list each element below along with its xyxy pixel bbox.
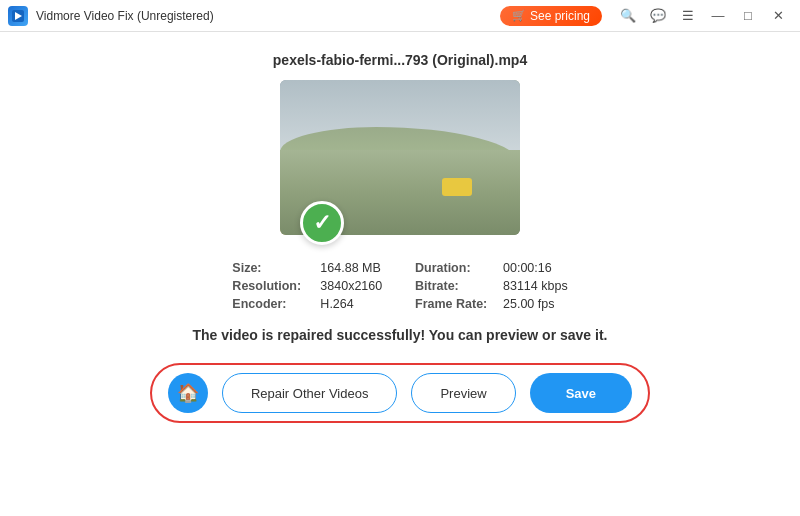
title-bar-left: Vidmore Video Fix (Unregistered) xyxy=(8,6,214,26)
see-pricing-button[interactable]: 🛒 See pricing xyxy=(500,6,602,26)
meta-framerate-value: 25.00 fps xyxy=(503,297,554,311)
window-controls: 🔍 💬 ☰ — □ ✕ xyxy=(614,6,792,26)
title-bar-right: 🛒 See pricing 🔍 💬 ☰ — □ ✕ xyxy=(500,6,792,26)
meta-duration-row: Duration: 00:00:16 xyxy=(415,261,568,275)
cart-icon: 🛒 xyxy=(512,9,526,22)
pricing-label: See pricing xyxy=(530,9,590,23)
meta-bitrate-label: Bitrate: xyxy=(415,279,495,293)
success-badge: ✓ xyxy=(300,201,344,245)
meta-size-row: Size: 164.88 MB xyxy=(232,261,385,275)
meta-size-label: Size: xyxy=(232,261,312,275)
meta-framerate-row: Frame Rate: 25.00 fps xyxy=(415,297,568,311)
vehicle-object xyxy=(442,178,472,196)
meta-encoder-row: Encoder: H.264 xyxy=(232,297,385,311)
meta-encoder-label: Encoder: xyxy=(232,297,312,311)
checkmark-icon: ✓ xyxy=(313,210,331,236)
meta-size-value: 164.88 MB xyxy=(320,261,380,275)
success-message: The video is repaired successfully! You … xyxy=(193,327,608,343)
minimize-button[interactable]: — xyxy=(704,6,732,26)
repair-other-button[interactable]: Repair Other Videos xyxy=(222,373,398,413)
close-button[interactable]: ✕ xyxy=(764,6,792,26)
meta-duration-label: Duration: xyxy=(415,261,495,275)
home-icon: 🏠 xyxy=(177,382,199,404)
bottom-action-bar: 🏠 Repair Other Videos Preview Save xyxy=(150,363,650,423)
menu-icon[interactable]: ☰ xyxy=(674,6,702,26)
meta-bitrate-row: Bitrate: 83114 kbps xyxy=(415,279,568,293)
meta-framerate-label: Frame Rate: xyxy=(415,297,495,311)
main-content: pexels-fabio-fermi...793 (Original).mp4 … xyxy=(0,32,800,516)
video-thumbnail-container: ✓ xyxy=(280,80,520,235)
meta-encoder-value: H.264 xyxy=(320,297,353,311)
meta-resolution-row: Resolution: 3840x2160 xyxy=(232,279,385,293)
video-filename: pexels-fabio-fermi...793 (Original).mp4 xyxy=(273,52,527,68)
title-bar: Vidmore Video Fix (Unregistered) 🛒 See p… xyxy=(0,0,800,32)
feedback-icon[interactable]: 💬 xyxy=(644,6,672,26)
app-title: Vidmore Video Fix (Unregistered) xyxy=(36,9,214,23)
search-icon[interactable]: 🔍 xyxy=(614,6,642,26)
meta-resolution-label: Resolution: xyxy=(232,279,312,293)
meta-bitrate-value: 83114 kbps xyxy=(503,279,568,293)
app-logo xyxy=(8,6,28,26)
preview-button[interactable]: Preview xyxy=(411,373,515,413)
metadata-grid: Size: 164.88 MB Duration: 00:00:16 Resol… xyxy=(232,261,567,311)
meta-resolution-value: 3840x2160 xyxy=(320,279,382,293)
home-button[interactable]: 🏠 xyxy=(168,373,208,413)
meta-duration-value: 00:00:16 xyxy=(503,261,552,275)
maximize-button[interactable]: □ xyxy=(734,6,762,26)
save-button[interactable]: Save xyxy=(530,373,632,413)
